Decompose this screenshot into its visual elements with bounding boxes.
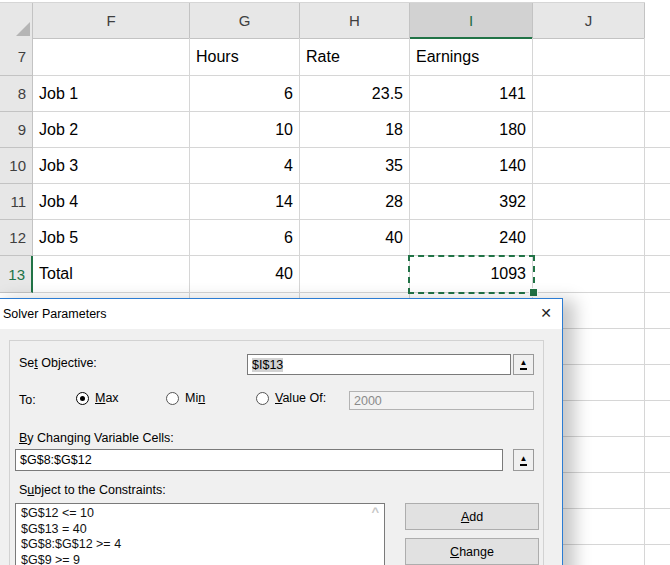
set-objective-input[interactable]: $I$13 <box>247 354 511 375</box>
column-header-row: F G H I J <box>0 2 645 39</box>
variable-cells-value: $G$8:$G$12 <box>20 453 92 467</box>
cell-H12[interactable]: 40 <box>300 220 410 256</box>
scroll-up-icon[interactable]: ^ <box>371 504 379 520</box>
sheet-row-11: 11 Job 4 14 28 392 <box>0 184 670 220</box>
cell-F9[interactable]: Job 2 <box>33 112 190 148</box>
constraint-item[interactable]: $G$13 = 40 <box>21 522 379 538</box>
cell-I7[interactable]: Earnings <box>410 38 533 76</box>
cell-F11[interactable]: Job 4 <box>33 184 190 220</box>
column-header-f[interactable]: F <box>33 3 190 39</box>
min-radio-option[interactable]: Min <box>166 391 205 405</box>
row-header-11[interactable]: 11 <box>0 184 33 220</box>
to-label: To: <box>19 393 36 407</box>
cell-K10-partial[interactable] <box>645 148 670 184</box>
constraint-item[interactable]: $G$12 <= 10 <box>21 506 379 522</box>
cell-H9[interactable]: 18 <box>300 112 410 148</box>
row-header-10[interactable]: 10 <box>0 148 33 184</box>
constraint-item[interactable]: $G$9 >= 9 <box>21 553 379 565</box>
collapse-arrow-icon: ▲ <box>520 455 528 466</box>
select-all-triangle-icon <box>16 22 30 36</box>
column-header-j[interactable]: J <box>533 3 645 39</box>
active-cell-marching-ants[interactable] <box>408 255 535 294</box>
max-radio-option[interactable]: Max <box>76 391 119 405</box>
excel-screen: F G H I J 7 Hours Rate Earnings 8 Job 1 … <box>0 0 670 565</box>
dialog-title: Solver Parameters <box>3 307 107 321</box>
cell-F7[interactable] <box>33 38 190 76</box>
cell-F13[interactable]: Total <box>33 256 190 293</box>
cell-H11[interactable]: 28 <box>300 184 410 220</box>
select-all-corner[interactable] <box>0 3 33 39</box>
cell-G12[interactable]: 6 <box>190 220 300 256</box>
by-changing-label: By Changing Variable Cells: <box>19 431 174 445</box>
cell-G7[interactable]: Hours <box>190 38 300 76</box>
cell-K11-partial[interactable] <box>645 184 670 220</box>
value-of-value: 2000 <box>354 394 382 408</box>
set-objective-label: Set Objective: <box>19 356 97 370</box>
cell-J11[interactable] <box>533 184 645 220</box>
cell-K8-partial[interactable] <box>645 76 670 112</box>
sheet-row-7: 7 Hours Rate Earnings <box>0 38 670 76</box>
min-radio-icon[interactable] <box>166 392 179 405</box>
cell-I9[interactable]: 180 <box>410 112 533 148</box>
row-header-13-active[interactable]: 13 <box>0 256 33 293</box>
sheet-row-8: 8 Job 1 6 23.5 141 <box>0 76 670 112</box>
value-of-input[interactable]: 2000 <box>349 391 534 410</box>
cell-J12[interactable] <box>533 220 645 256</box>
column-header-h[interactable]: H <box>300 3 410 39</box>
sheet-rows: 7 Hours Rate Earnings 8 Job 1 6 23.5 141… <box>0 38 670 293</box>
sheet-row-12: 12 Job 5 6 40 240 <box>0 220 670 256</box>
row-header-9[interactable]: 9 <box>0 112 33 148</box>
cell-J7[interactable] <box>533 38 645 76</box>
constraints-list[interactable]: $G$12 <= 10 $G$13 = 40 $G$8:$G$12 >= 4 $… <box>15 503 385 565</box>
cell-G8[interactable]: 6 <box>190 76 300 112</box>
value-of-radio-option[interactable]: Value Of: <box>256 391 326 405</box>
cell-H7[interactable]: Rate <box>300 38 410 76</box>
max-radio-icon[interactable] <box>76 392 89 405</box>
row-header-7[interactable]: 7 <box>0 38 33 76</box>
fill-handle[interactable] <box>529 288 538 297</box>
cell-H13[interactable] <box>300 256 410 293</box>
dialog-titlebar[interactable]: Solver Parameters ✕ <box>0 299 562 329</box>
row-header-8[interactable]: 8 <box>0 76 33 112</box>
cell-F8[interactable]: Job 1 <box>33 76 190 112</box>
cell-J8[interactable] <box>533 76 645 112</box>
cell-G10[interactable]: 4 <box>190 148 300 184</box>
cell-J13[interactable] <box>533 256 645 293</box>
constraint-item[interactable]: $G$8:$G$12 >= 4 <box>21 537 379 553</box>
row-header-12[interactable]: 12 <box>0 220 33 256</box>
cell-G9[interactable]: 10 <box>190 112 300 148</box>
cell-I12[interactable]: 240 <box>410 220 533 256</box>
cell-K7-partial[interactable] <box>645 38 670 76</box>
value-of-radio-icon[interactable] <box>256 392 269 405</box>
cell-K13-partial[interactable] <box>645 256 670 293</box>
solver-parameters-dialog: Solver Parameters ✕ Set Objective: $I$13… <box>0 298 563 565</box>
sheet-row-13: 13 Total 40 1093 <box>0 256 670 293</box>
cell-K12-partial[interactable] <box>645 220 670 256</box>
cell-H10[interactable]: 35 <box>300 148 410 184</box>
set-objective-value: $I$13 <box>252 358 283 372</box>
cell-I8[interactable]: 141 <box>410 76 533 112</box>
cell-F10[interactable]: Job 3 <box>33 148 190 184</box>
cell-F12[interactable]: Job 5 <box>33 220 190 256</box>
sheet-row-9: 9 Job 2 10 18 180 <box>0 112 670 148</box>
sheet-row-10: 10 Job 3 4 35 140 <box>0 148 670 184</box>
column-header-g[interactable]: G <box>190 3 300 39</box>
cell-K9-partial[interactable] <box>645 112 670 148</box>
collapse-dialog-button-objective[interactable]: ▲ <box>513 354 534 375</box>
change-button[interactable]: Change <box>405 538 539 565</box>
cell-H8[interactable]: 23.5 <box>300 76 410 112</box>
close-icon[interactable]: ✕ <box>540 305 552 321</box>
collapse-arrow-icon: ▲ <box>520 359 528 370</box>
max-radio-label: Max <box>95 391 119 405</box>
cell-J9[interactable] <box>533 112 645 148</box>
cell-G13[interactable]: 40 <box>190 256 300 293</box>
variable-cells-input[interactable]: $G$8:$G$12 <box>15 449 503 471</box>
cell-I11[interactable]: 392 <box>410 184 533 220</box>
cell-G11[interactable]: 14 <box>190 184 300 220</box>
value-of-radio-label: Value Of: <box>275 391 326 405</box>
cell-J10[interactable] <box>533 148 645 184</box>
collapse-dialog-button-variables[interactable]: ▲ <box>513 449 534 471</box>
column-header-i-selected[interactable]: I <box>410 3 533 39</box>
cell-I10[interactable]: 140 <box>410 148 533 184</box>
add-button[interactable]: Add <box>405 503 539 530</box>
